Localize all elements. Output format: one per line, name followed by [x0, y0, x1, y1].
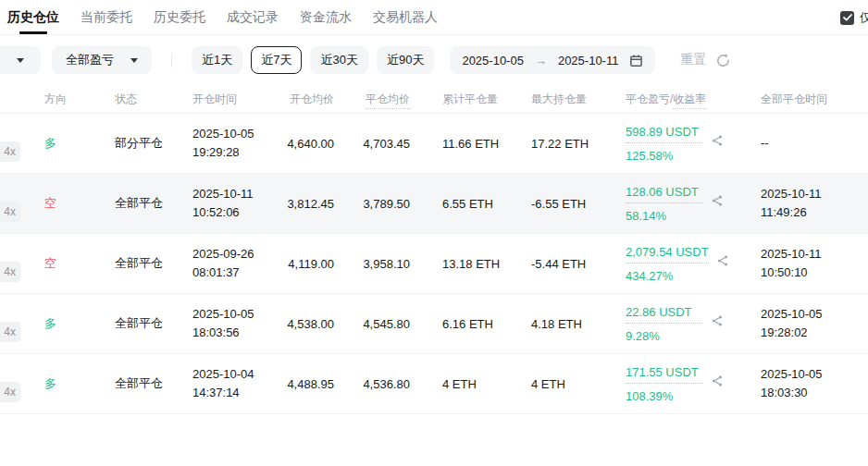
close-all-time-cell: 2025-10-0518:03:30	[761, 365, 868, 402]
roi-value: 108.39%	[626, 389, 703, 403]
calendar-icon	[629, 54, 643, 67]
open-time-cell: 2025-10-0518:03:56	[176, 305, 278, 342]
pnl-value: 2,079.54 USDT	[626, 245, 709, 264]
share-icon[interactable]	[711, 314, 724, 327]
history-positions-panel: 历史仓位 当前委托 历史委托 成交记录 资金流水 交易机器人 仅 全部盈亏 近1…	[0, 0, 868, 466]
table-body: 4x 多 部分平仓 2025-10-0519:29:28 4,640.00 4,…	[0, 113, 868, 414]
pnl-filter-dropdown[interactable]: 全部盈亏	[52, 46, 152, 74]
range-90d-button[interactable]: 近90天	[377, 46, 434, 74]
table-row[interactable]: 4x 多 全部平仓 2025-10-0518:03:56 4,538.00 4,…	[0, 294, 868, 354]
close-all-time-cell: --	[761, 134, 868, 153]
status-label: 全部平仓	[115, 256, 163, 270]
filter-divider	[171, 54, 172, 67]
open-avg-price-cell: 4,488.95	[278, 377, 338, 391]
range-7d-button[interactable]: 近7天	[251, 46, 302, 74]
close-avg-price-cell: 4,703.45	[338, 137, 414, 151]
roi-value: 125.58%	[626, 149, 703, 163]
open-time-cell: 2025-10-1110:52:06	[176, 185, 278, 222]
cum-close-qty-cell: 4 ETH	[414, 377, 529, 391]
table-header: 方向 状态 开仓时间 开仓均价 平仓均价 累计平仓量 最大持仓量 平仓盈亏/收益…	[0, 85, 868, 113]
direction-label: 空	[44, 256, 56, 270]
range-30d-button[interactable]: 近30天	[310, 46, 367, 74]
pnl-cell: 22.86 USDT9.28%	[622, 305, 761, 343]
chevron-down-icon	[130, 58, 138, 63]
open-avg-price-cell: 3,812.45	[278, 197, 338, 211]
pnl-cell: 171.55 USDT108.39%	[622, 365, 761, 403]
header-close-all-time: 全部平仓时间	[761, 92, 868, 107]
close-avg-price-cell: 3,789.50	[338, 197, 414, 211]
leverage-badge: 4x	[0, 322, 20, 342]
cum-close-qty-cell: 6.16 ETH	[414, 317, 529, 331]
chevron-down-icon	[17, 58, 24, 63]
leverage-badge: 4x	[0, 202, 20, 222]
direction-label: 空	[44, 196, 56, 210]
date-range-picker[interactable]: 2025-10-05 → 2025-10-11	[450, 46, 655, 74]
reset-button[interactable]: 重置	[680, 52, 706, 68]
share-icon[interactable]	[711, 134, 724, 147]
max-position-cell: -6.55 ETH	[529, 197, 622, 211]
pnl-value: 128.06 USDT	[626, 185, 703, 203]
close-all-time-cell: 2025-10-1111:49:26	[761, 185, 868, 222]
leverage-badge: 4x	[0, 262, 20, 282]
header-close-avg-price: 平仓均价	[338, 92, 414, 107]
cum-close-qty-cell: 11.66 ETH	[414, 137, 529, 151]
table-row[interactable]: 4x 多 全部平仓 2025-10-0414:37:14 4,488.95 4,…	[0, 354, 868, 414]
tab-history-orders[interactable]: 历史委托	[154, 0, 205, 34]
direction-label: 多	[44, 316, 56, 330]
tab-trading-bots[interactable]: 交易机器人	[373, 0, 438, 34]
refresh-button[interactable]	[715, 53, 731, 68]
roi-value: 9.28%	[626, 329, 703, 343]
pnl-value: 171.55 USDT	[626, 365, 703, 384]
share-icon[interactable]	[711, 374, 724, 387]
tab-history-positions[interactable]: 历史仓位	[7, 0, 59, 34]
share-icon[interactable]	[716, 254, 729, 267]
pnl-cell: 2,079.54 USDT434.27%	[622, 245, 761, 283]
tab-trade-records[interactable]: 成交记录	[227, 0, 279, 34]
max-position-cell: 17.22 ETH	[529, 137, 622, 151]
close-avg-price-cell: 3,958.10	[338, 257, 414, 271]
direction-label: 多	[44, 136, 56, 150]
range-1d-button[interactable]: 近1天	[192, 46, 242, 74]
filter-bar: 全部盈亏 近1天 近7天 近30天 近90天 2025-10-05 → 2025…	[0, 46, 868, 74]
open-time-cell: 2025-10-0519:29:28	[176, 125, 278, 162]
status-label: 全部平仓	[115, 376, 163, 390]
table-row[interactable]: 4x 多 部分平仓 2025-10-0519:29:28 4,640.00 4,…	[0, 114, 868, 174]
pnl-filter-label: 全部盈亏	[66, 52, 114, 68]
leverage-badge: 4x	[0, 382, 20, 402]
table-row[interactable]: 4x 空 全部平仓 2025-09-2608:01:37 4,119.00 3,…	[0, 234, 868, 294]
contract-dropdown[interactable]	[0, 46, 41, 74]
tab-current-orders[interactable]: 当前委托	[81, 0, 132, 34]
tab-fund-flow[interactable]: 资金流水	[300, 0, 352, 34]
pnl-value: 598.89 USDT	[626, 125, 703, 143]
refresh-icon	[715, 53, 731, 68]
only-show-checkbox[interactable]	[840, 11, 854, 25]
open-avg-price-cell: 4,538.00	[278, 317, 338, 331]
status-label: 全部平仓	[115, 196, 163, 210]
close-avg-price-cell: 4,536.80	[338, 377, 414, 391]
arrow-right-icon: →	[535, 54, 547, 67]
tab-bar: 历史仓位 当前委托 历史委托 成交记录 资金流水 交易机器人 仅	[0, 0, 868, 35]
close-all-time-cell: 2025-10-1110:50:10	[761, 245, 868, 282]
max-position-cell: -5.44 ETH	[529, 257, 622, 271]
header-pnl-roi: 平仓盈亏/收益率	[622, 92, 761, 107]
pnl-cell: 128.06 USDT58.14%	[622, 185, 761, 223]
cum-close-qty-cell: 6.55 ETH	[414, 197, 529, 211]
max-position-cell: 4 ETH	[529, 377, 622, 391]
roi-value: 434.27%	[626, 269, 709, 283]
open-time-cell: 2025-10-0414:37:14	[176, 365, 278, 402]
open-avg-price-cell: 4,119.00	[278, 257, 338, 271]
start-date: 2025-10-05	[462, 54, 524, 67]
header-open-time: 开仓时间	[176, 92, 278, 107]
header-cum-close-qty: 累计平仓量	[414, 92, 529, 107]
cum-close-qty-cell: 13.18 ETH	[414, 257, 529, 271]
only-show-label: 仅	[860, 9, 868, 26]
header-max-position: 最大持仓量	[529, 92, 622, 107]
roi-value: 58.14%	[626, 209, 703, 223]
open-time-cell: 2025-09-2608:01:37	[176, 245, 278, 282]
table-row[interactable]: 4x 空 全部平仓 2025-10-1110:52:06 3,812.45 3,…	[0, 174, 868, 234]
close-avg-price-cell: 4,545.80	[338, 317, 414, 331]
status-label: 部分平仓	[115, 136, 163, 150]
share-icon[interactable]	[711, 194, 724, 207]
status-label: 全部平仓	[115, 316, 163, 330]
header-direction: 方向	[31, 92, 96, 107]
